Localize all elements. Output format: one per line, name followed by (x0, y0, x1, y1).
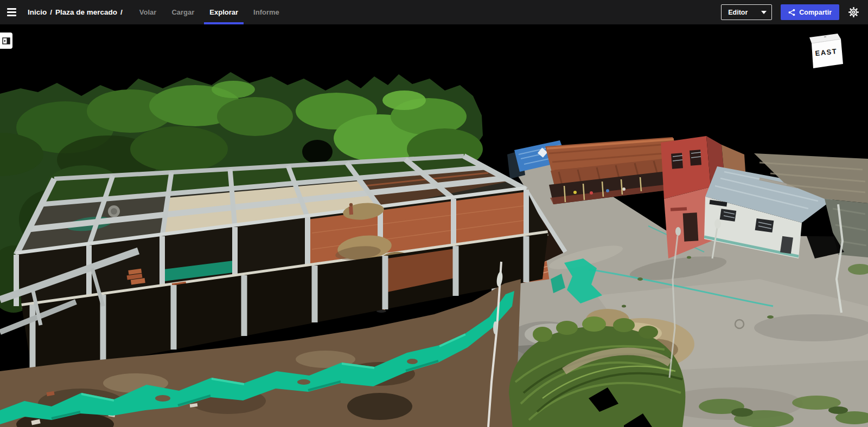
breadcrumb-separator: / (120, 8, 123, 16)
tab-explorar[interactable]: Explorar (204, 0, 244, 24)
gear-icon (848, 7, 859, 18)
share-nodes-icon (788, 9, 795, 16)
breadcrumb-separator: / (50, 8, 52, 16)
main-tabs: Volar Cargar Explorar Informe (132, 0, 287, 24)
hamburger-icon (7, 8, 16, 9)
chevron-down-icon (761, 11, 767, 14)
breadcrumb-project-link[interactable]: Plaza de mercado (55, 8, 117, 16)
breadcrumb-home-link[interactable]: Inicio (28, 8, 47, 16)
breadcrumb: Inicio / Plaza de mercado / (28, 8, 123, 16)
photogrammetry-scene (0, 24, 868, 427)
top-navigation-bar: Inicio / Plaza de mercado / Volar Cargar… (0, 0, 868, 24)
model-viewport[interactable]: EAST (0, 24, 868, 427)
topbar-right-controls: Editor Compartir (721, 4, 868, 20)
worker-figure (349, 203, 353, 206)
role-dropdown-value: Editor (728, 9, 748, 16)
tab-cargar[interactable]: Cargar (166, 0, 200, 24)
tab-informe[interactable]: Informe (248, 0, 285, 24)
view-cube[interactable]: EAST (806, 31, 846, 70)
share-button[interactable]: Compartir (781, 4, 839, 20)
share-button-label: Compartir (799, 9, 832, 16)
sidebar-toggle-icon (2, 37, 10, 44)
panel-toggle-button[interactable] (0, 33, 12, 49)
tab-volar[interactable]: Volar (134, 0, 162, 24)
settings-button[interactable] (848, 7, 859, 18)
hamburger-menu-button[interactable] (7, 0, 20, 24)
role-dropdown[interactable]: Editor (721, 4, 772, 20)
